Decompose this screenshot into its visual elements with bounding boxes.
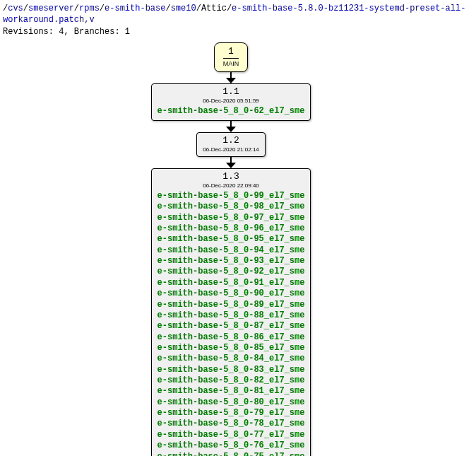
svg-marker-2	[226, 163, 236, 168]
connector	[226, 121, 236, 132]
tag-link[interactable]: e-smith-base-5_8_0-78_el7_sme	[157, 419, 305, 429]
rev-number[interactable]: 1.2	[203, 135, 259, 146]
revision-graph: 1 MAIN 1.1 06-Dec-2020 05:51:59 e-smith-…	[3, 42, 473, 456]
svg-marker-0	[226, 78, 236, 83]
tag-link[interactable]: e-smith-base-5_8_0-92_el7_sme	[157, 267, 305, 277]
branches-count: 1	[125, 27, 130, 37]
tag-link[interactable]: e-smith-base-5_8_0-76_el7_sme	[157, 440, 305, 451]
tag-link[interactable]: e-smith-base-5_8_0-82_el7_sme	[157, 375, 305, 386]
tag-link[interactable]: e-smith-base-5_8_0-95_el7_sme	[157, 234, 305, 245]
rev-node: 1.1 06-Dec-2020 05:51:59 e-smith-base-5_…	[151, 83, 311, 121]
tag-link[interactable]: e-smith-base-5_8_0-81_el7_sme	[157, 386, 305, 397]
tag-link[interactable]: e-smith-base-5_8_0-91_el7_sme	[157, 278, 305, 288]
path-seg-3[interactable]: e-smith-base	[105, 4, 165, 13]
tag-link[interactable]: e-smith-base-5_8_0-87_el7_sme	[157, 321, 305, 332]
arrow-down-icon	[226, 127, 236, 132]
tag-link[interactable]: e-smith-base-5_8_0-89_el7_sme	[157, 300, 305, 310]
svg-marker-1	[226, 127, 236, 132]
rev-number[interactable]: 1.3	[157, 171, 305, 182]
breadcrumb: /cvs/smeserver/rpms/e-smith-base/sme10/A…	[3, 3, 473, 25]
connector	[226, 72, 236, 83]
path-seg-0[interactable]: cvs	[8, 4, 23, 13]
branch-main[interactable]: 1 MAIN	[214, 42, 249, 72]
rev-number[interactable]: 1.1	[157, 86, 305, 97]
tag-link[interactable]: e-smith-base-5_8_0-85_el7_sme	[157, 343, 305, 353]
path-seg-4[interactable]: sme10	[171, 4, 196, 13]
tag-link[interactable]: e-smith-base-5_8_0-77_el7_sme	[157, 430, 305, 440]
rev-node: 1.2 06-Dec-2020 21:02:14	[196, 132, 266, 157]
tag-link[interactable]: e-smith-base-5_8_0-97_el7_sme	[157, 213, 305, 223]
rev-date: 06-Dec-2020 05:51:59	[157, 98, 305, 104]
tag-link[interactable]: e-smith-base-5_8_0-86_el7_sme	[157, 332, 305, 343]
tag-link[interactable]: e-smith-base-5_8_0-93_el7_sme	[157, 256, 305, 267]
tag-link[interactable]: e-smith-base-5_8_0-62_el7_sme	[157, 106, 305, 117]
tag-link[interactable]: e-smith-base-5_8_0-99_el7_sme	[157, 191, 305, 201]
rev-date: 06-Dec-2020 21:02:14	[203, 146, 259, 153]
tag-link[interactable]: e-smith-base-5_8_0-80_el7_sme	[157, 397, 305, 408]
tag-link[interactable]: e-smith-base-5_8_0-90_el7_sme	[157, 288, 305, 299]
header-meta: Revisions: 4, Branches: 1	[3, 26, 473, 37]
tag-link[interactable]: e-smith-base-5_8_0-88_el7_sme	[157, 310, 305, 321]
tag-link[interactable]: e-smith-base-5_8_0-84_el7_sme	[157, 353, 305, 364]
tag-link[interactable]: e-smith-base-5_8_0-98_el7_sme	[157, 201, 305, 212]
tag-link[interactable]: e-smith-base-5_8_0-94_el7_sme	[157, 245, 305, 256]
tag-link[interactable]: e-smith-base-5_8_0-83_el7_sme	[157, 365, 305, 375]
path-seg-1[interactable]: smeserver	[28, 4, 74, 13]
tag-link[interactable]: e-smith-base-5_8_0-96_el7_sme	[157, 223, 305, 234]
rev-node: 1.3 06-Dec-2020 22:09:40 e-smith-base-5_…	[151, 168, 311, 456]
branch-number: 1	[223, 46, 239, 59]
tag-link[interactable]: e-smith-base-5_8_0-79_el7_sme	[157, 408, 305, 419]
path-seg-5: Attic	[201, 4, 227, 13]
arrow-down-icon	[226, 78, 236, 83]
path-seg-2[interactable]: rpms	[79, 4, 100, 13]
arrow-down-icon	[226, 163, 236, 168]
branch-label: MAIN	[223, 60, 239, 67]
connector	[226, 157, 236, 168]
rev-date: 06-Dec-2020 22:09:40	[157, 182, 305, 189]
tag-link[interactable]: e-smith-base-5_8_0-75_el7_sme	[157, 452, 305, 456]
